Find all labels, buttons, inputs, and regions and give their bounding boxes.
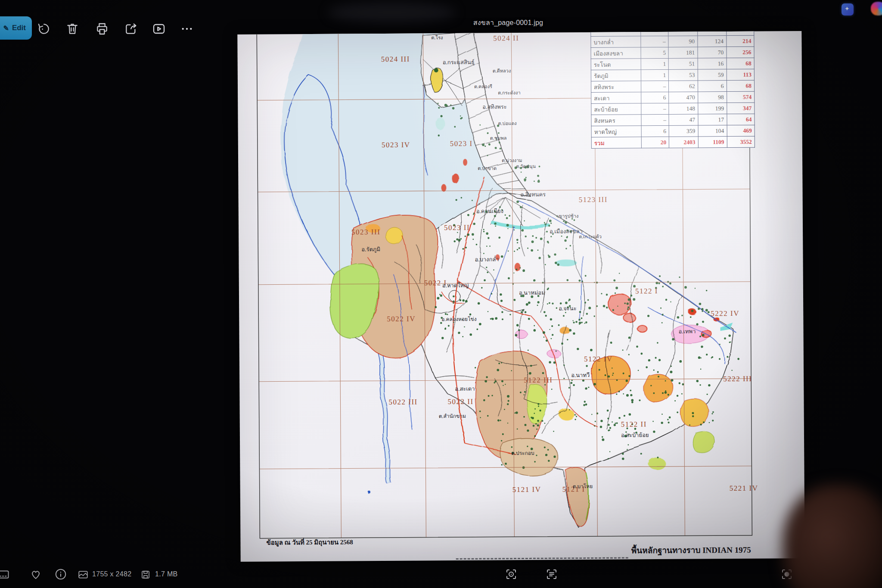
copilot-app-icon[interactable] [871, 2, 882, 16]
svg-text:5122 II: 5122 II [621, 420, 647, 428]
svg-text:เขารูปช้าง: เขารูปช้าง [557, 213, 578, 219]
svg-text:ต.บ่อแดง: ต.บ่อแดง [498, 121, 517, 126]
more-options-icon[interactable] [180, 22, 194, 36]
clipped-scale-text [456, 557, 628, 561]
svg-text:5023 II: 5023 II [444, 224, 470, 232]
share-icon[interactable] [124, 22, 138, 36]
table-row: เมืองสงขลา518170256 [591, 47, 754, 59]
svg-text:ต.โรง: ต.โรง [431, 34, 443, 40]
svg-text:อ.เมืองสงขลา: อ.เมืองสงขลา [550, 228, 583, 234]
svg-text:5222 III: 5222 III [723, 375, 752, 383]
file-size-icon [140, 569, 151, 580]
table-row: สิงหนคร–471764 [591, 114, 755, 126]
svg-text:อ.รัตภูมิ: อ.รัตภูมิ [361, 246, 380, 253]
slideshow-icon[interactable] [152, 22, 166, 36]
svg-text:อ.สทิงพระ: อ.สทิงพระ [482, 103, 507, 110]
svg-text:ต.ม่วงงาม: ต.ม่วงงาม [502, 158, 522, 163]
svg-text:ต.ป่าขาด: ต.ป่าขาด [478, 165, 497, 171]
delete-icon[interactable] [65, 22, 79, 36]
svg-text:อ.จะนะ: อ.จะนะ [559, 305, 577, 311]
district-statistics-table: บางกล่ำ–90124214เมืองสงขลา518170256ระโนด… [590, 31, 755, 149]
svg-text:ต.เกาะแต้ว: ต.เกาะแต้ว [579, 234, 602, 239]
image-dimensions: 1755 x 2482 [92, 570, 131, 578]
svg-text:5024 III: 5024 III [381, 55, 410, 63]
table-row: รัตภูมิ15359113 [591, 69, 754, 81]
svg-text:อ.ควนเนียง: อ.ควนเนียง [476, 208, 503, 214]
svg-text:5122 III: 5122 III [524, 376, 553, 384]
svg-text:5022 II: 5022 II [447, 398, 473, 406]
info-icon[interactable] [54, 568, 67, 581]
svg-text:อ.หาดใหญ่: อ.หาดใหญ่ [442, 282, 469, 289]
table-row: ระโนด1511668 [591, 58, 754, 70]
svg-text:อ.สะเดา: อ.สะเดา [455, 386, 475, 392]
table-row: รวม20240311093552 [591, 136, 755, 148]
svg-text:อ.กระแสสินธุ์: อ.กระแสสินธุ์ [443, 59, 475, 66]
svg-text:อ.นาหม่อม: อ.นาหม่อม [519, 289, 545, 296]
svg-text:5221 IV: 5221 IV [730, 484, 758, 492]
svg-text:5022 IV: 5022 IV [387, 314, 416, 323]
svg-text:5122 IV: 5122 IV [584, 355, 613, 363]
svg-text:อ.คลองหอยโข่ง: อ.คลองหอยโข่ง [441, 316, 476, 322]
svg-text:5022 III: 5022 III [388, 398, 417, 406]
pencil-icon: ✎ [3, 24, 9, 32]
table-row: สะบ้าย้อย–148199347 [591, 103, 755, 115]
favorite-heart-icon[interactable] [29, 568, 42, 581]
table-row: สทิงพระ–62668 [591, 80, 754, 92]
svg-text:อ.เทพา: อ.เทพา [678, 328, 696, 335]
svg-text:5123 III: 5123 III [579, 196, 608, 204]
svg-text:อ.สะบ้าย้อย: อ.สะบ้าย้อย [621, 432, 649, 438]
file-size: 1.7 MB [155, 570, 178, 578]
image-canvas[interactable]: 5024 III5024 II5023 IV5023 I5023 III5023… [237, 31, 804, 562]
table-row: สะเดา647098574 [591, 91, 755, 103]
image-dimensions-icon [78, 569, 89, 580]
svg-text:5024 II: 5024 II [493, 34, 519, 42]
svg-text:5122 I: 5122 I [635, 287, 658, 295]
svg-text:ต.ชุมพล: ต.ชุมพล [490, 135, 507, 141]
svg-text:อ.บางกล่ำ: อ.บางกล่ำ [475, 255, 499, 262]
svg-text:ต.บาโหย: ต.บาโหย [573, 483, 593, 489]
filmstrip-icon[interactable] [0, 568, 9, 581]
table-row: บางกล่ำ–90124214 [591, 35, 754, 47]
print-icon[interactable] [95, 22, 109, 36]
rotate-icon[interactable] [37, 22, 51, 36]
svg-text:ต.คลองรี: ต.คลองรี [474, 84, 492, 89]
table-row: หาดใหญ่6359104469 [591, 125, 755, 137]
svg-text:อ.นาทวี: อ.นาทวี [571, 372, 590, 378]
datum-caption: พื้นหลักฐานทางราบ INDIAN 1975 [579, 543, 751, 557]
svg-text:ต.ดีหลวง: ต.ดีหลวง [493, 68, 511, 73]
window-title: สงขลา_page-0001.jpg [439, 17, 577, 28]
svg-text:ต.วัดขนุน: ต.วัดขนุน [516, 164, 536, 169]
svg-text:อ.สิงหนคร: อ.สิงหนคร [521, 191, 546, 198]
camera-glare [327, 3, 457, 22]
svg-text:5121 IV: 5121 IV [512, 485, 541, 494]
data-date-caption: ข้อมูล ณ วันที่ 25 มิถุนายน 2568 [266, 537, 353, 548]
svg-text:5023 IV: 5023 IV [382, 141, 410, 149]
svg-text:5023 III: 5023 III [351, 228, 380, 236]
svg-text:ต.ประกอบ: ต.ประกอบ [511, 450, 534, 456]
svg-text:5222 IV: 5222 IV [711, 309, 739, 317]
visual-search-icon[interactable] [505, 568, 518, 581]
edit-button[interactable]: ✎ Edit [0, 16, 32, 40]
svg-text:5023 I: 5023 I [450, 140, 473, 148]
svg-text:ต.กระดังงา: ต.กระดังงา [498, 90, 521, 95]
designer-app-icon[interactable] [842, 3, 854, 16]
edit-button-label: Edit [12, 24, 26, 32]
svg-text:ต.สำนักขาม: ต.สำนักขาม [439, 413, 466, 419]
text-extract-icon[interactable] [545, 568, 558, 581]
